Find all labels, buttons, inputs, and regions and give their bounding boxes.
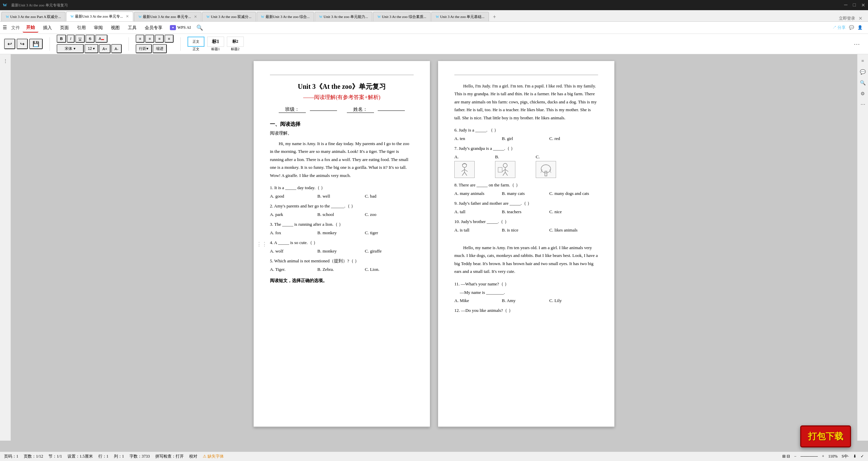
tab-4[interactable]: WUnit 3 At the zoo 双减分... — [202, 12, 256, 21]
zoom-in-button[interactable]: + — [822, 454, 824, 459]
font-size-select[interactable]: 12 ▾ — [84, 44, 98, 53]
q3-opt-a: A. fox — [270, 230, 304, 236]
ribbon: ↩ ↪ 💾 B I U S A▬ 宋体 ▾ 12 ▾ A+ A- ≡ ≡ ≡ ≡… — [0, 34, 868, 54]
bold-button[interactable]: B — [57, 35, 66, 43]
insert-menu[interactable]: 插入 — [40, 23, 55, 32]
svg-line-9 — [505, 169, 508, 172]
close-button[interactable]: ✕ — [861, 2, 865, 8]
tab-2[interactable]: W最新Unit 3 At the zoo 单元专... ✕ — [66, 12, 134, 21]
align-center-button[interactable]: ≡ — [145, 35, 154, 43]
question-2: 2. Amy's parents and her go to the _____… — [270, 203, 414, 209]
search-icon[interactable]: 🔍 — [196, 24, 203, 31]
tools-menu[interactable]: 工具 — [124, 23, 140, 32]
hamburger-icon[interactable]: ☰ — [3, 25, 7, 31]
q4-num: 4. — [270, 240, 273, 245]
font-color-button[interactable]: A▬ — [95, 35, 107, 43]
align-left-button[interactable]: ≡ — [136, 35, 144, 43]
passage1-text: Hi, my name is Amy. It is a fine day tod… — [270, 140, 414, 179]
page-subtitle: ——阅读理解(有参考答案+解析) — [270, 94, 414, 101]
menu-bar: ☰ 文件 开始 插入 页面 引用 审阅 视图 工具 会员专享 ✦ WPS AI … — [0, 22, 868, 34]
save-button[interactable]: 💾 — [29, 39, 43, 49]
align-right-button[interactable]: ≡ — [155, 35, 164, 43]
line-spacing-button[interactable]: 行距▾ — [136, 44, 152, 53]
status-settings: 设置：1.5厘米 — [67, 454, 93, 459]
question-1: 1. It is a _____ day today.（ ） — [270, 185, 414, 191]
style-normal[interactable]: 正文 正文 — [188, 37, 204, 52]
more-options-icon[interactable]: ⋯ — [854, 40, 860, 48]
underline-button[interactable]: U — [75, 35, 85, 43]
status-section: 节：1/1 — [48, 454, 62, 459]
view-menu[interactable]: 视图 — [107, 23, 123, 32]
increase-font-button[interactable]: A+ — [99, 44, 111, 53]
right-page: Hello, I'm Judy. I'm a girl. I'm ten. I'… — [438, 61, 614, 427]
question-6: 6. Judy is a _____. （ ） — [454, 127, 598, 133]
italic-button[interactable]: I — [67, 35, 75, 43]
find-replace-icon[interactable]: 🔍 — [859, 79, 867, 87]
tab-8[interactable]: WUnit 3 At the zoo 单元基础... — [431, 12, 489, 21]
top-close-icon[interactable]: ✕ — [859, 16, 863, 21]
q5-opt-c: C. Lion. — [365, 267, 399, 272]
zoom-slider[interactable]: ────── — [801, 454, 818, 459]
section1-title: 一、阅读选择 — [270, 121, 414, 127]
style-heading2[interactable]: 标2 标题2 — [227, 37, 244, 52]
page-menu[interactable]: 页面 — [57, 23, 72, 32]
undo-button[interactable]: ↩ — [4, 39, 15, 49]
vip-menu[interactable]: 会员专享 — [141, 23, 166, 32]
file-menu[interactable]: 文件 — [11, 25, 20, 31]
settings-sidebar-icon[interactable]: ⚙ — [859, 89, 867, 98]
tab-3[interactable]: W最新Unit 3 At the zoo 单元专... ✕ — [134, 12, 201, 21]
tab-1[interactable]: WUnit 3 At the zoo Part A 双减分... — [1, 12, 65, 21]
q2-opt-b: B. school — [317, 212, 351, 217]
tab-6[interactable]: WUnit 3 At the zoo 单元能力... — [315, 12, 372, 21]
svg-line-4 — [462, 172, 465, 176]
tab-7[interactable]: WUnit 3 At the zoo 综合素质... — [373, 12, 431, 21]
passage2-text: Hello, I'm Judy. I'm a girl. I'm ten. I'… — [454, 82, 598, 122]
document-area[interactable]: ⋮⋮ Unit 3《At the zoo》单元复习 ——阅读理解(有参考答案+解… — [11, 54, 857, 441]
q2-opt-a: A. park — [270, 212, 304, 217]
decrease-font-button[interactable]: A- — [111, 44, 122, 53]
spell-icon[interactable]: ✓ — [861, 454, 864, 459]
download-icon[interactable]: ⬇ — [853, 454, 856, 459]
status-col: 列：1 — [114, 454, 124, 459]
reference-menu[interactable]: 引用 — [74, 23, 89, 32]
svg-line-2 — [461, 169, 465, 172]
indent-button[interactable]: 缩进 — [153, 44, 167, 53]
q4-opt-c: C. giraffe — [365, 248, 399, 254]
svg-line-11 — [505, 172, 508, 176]
style-heading1[interactable]: 标1 标题1 — [207, 37, 224, 52]
start-menu[interactable]: 开始 — [23, 23, 38, 33]
review-menu[interactable]: 审阅 — [91, 23, 106, 32]
q11-opt-c: C. Lily — [549, 298, 583, 303]
download-badge[interactable]: 打包下载 — [800, 425, 851, 447]
maximize-button[interactable]: □ — [853, 2, 856, 8]
strikethrough-button[interactable]: S — [85, 35, 95, 43]
share-button[interactable]: ↗ 分享 — [832, 25, 846, 31]
q4-options: A. wolf B. monkey C. giraffe — [270, 248, 414, 254]
q7-opt-a-label: A. — [454, 154, 459, 160]
new-tab-button[interactable]: + — [490, 13, 499, 21]
user-icon[interactable]: 👤 — [857, 25, 863, 30]
justify-button[interactable]: ≡ — [164, 35, 173, 43]
top-right-button[interactable]: 立即登录 — [839, 16, 855, 21]
q1-text: It is a _____ day today.（ ） — [274, 185, 325, 190]
minimize-button[interactable]: ─ — [844, 2, 848, 8]
question-9: 9. Judy's father and mother are _____.（ … — [454, 200, 598, 206]
redo-button[interactable]: ↪ — [17, 39, 28, 49]
tab-5[interactable]: W最新Unit 3 At the zoo 综合... — [257, 12, 314, 21]
toc-icon[interactable]: ≡ — [859, 57, 867, 65]
page-handle: ⋮⋮ — [256, 241, 267, 247]
q7-opt-c-label: C. — [536, 154, 540, 160]
q1-options: A. good B. well C. bad — [270, 194, 414, 199]
tab-bar: WUnit 3 At the zoo Part A 双减分... W最新Unit… — [0, 10, 868, 22]
wps-ai-button[interactable]: ✦ WPS AI — [170, 25, 191, 30]
zoom-out-button[interactable]: − — [794, 454, 796, 459]
question-5: 5. Which animal is not mentioned（提到）?（ ） — [270, 258, 414, 264]
window-title: 最新Unit 3 At the zoo 单元专项复习 — [11, 3, 840, 8]
comment-button[interactable]: 💬 — [849, 25, 854, 30]
wps-ai-label: WPS AI — [177, 25, 191, 30]
comment-sidebar-icon[interactable]: 💬 — [859, 68, 867, 76]
main-area: ⋮ ⋮⋮ Unit 3《At the zoo》单元复习 ——阅读理解(有参考答案… — [0, 54, 868, 441]
more-sidebar-icon[interactable]: ⋯ — [859, 100, 867, 108]
view-icons[interactable]: ⊞ ⊟ — [782, 454, 790, 459]
font-name-select[interactable]: 宋体 ▾ — [57, 44, 84, 53]
